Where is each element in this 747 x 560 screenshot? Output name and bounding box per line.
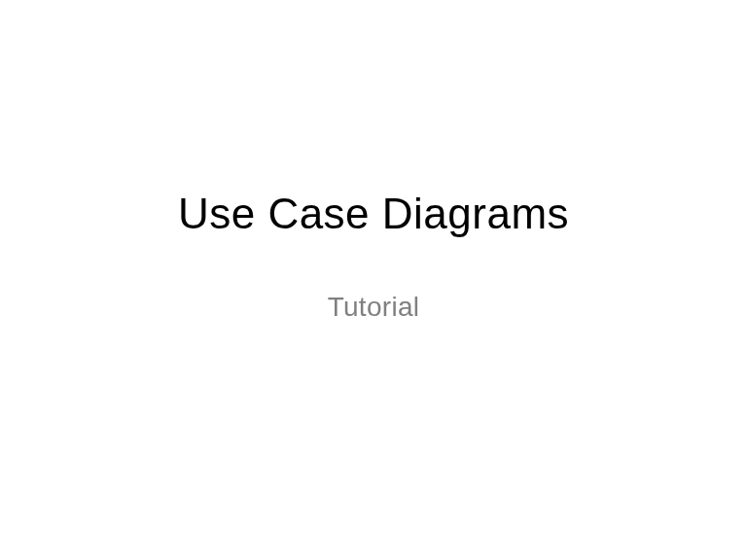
- title-slide: Use Case Diagrams Tutorial: [0, 0, 747, 560]
- slide-subtitle: Tutorial: [328, 292, 420, 323]
- slide-title: Use Case Diagrams: [178, 190, 569, 238]
